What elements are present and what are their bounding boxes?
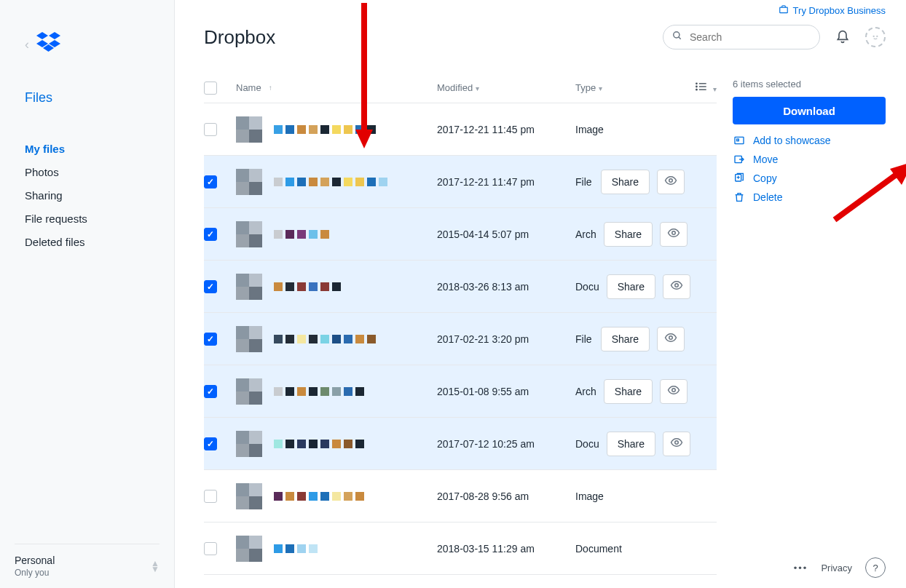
type-cell: Image — [575, 490, 685, 502]
share-button[interactable]: Share — [601, 327, 650, 351]
more-icon[interactable]: ••• — [794, 563, 808, 573]
svg-rect-15 — [699, 90, 706, 90]
svg-point-10 — [696, 82, 698, 84]
svg-point-17 — [672, 231, 676, 235]
action-copy[interactable]: Copy — [733, 172, 886, 184]
table-row[interactable]: 2017-02-21 3:20 pmFileShare — [204, 313, 717, 365]
account-switcher[interactable]: Personal Only you ▲▼ — [15, 544, 159, 578]
row-checkbox[interactable] — [204, 542, 217, 555]
svg-point-9 — [877, 36, 878, 36]
view-options[interactable]: ▾ — [685, 82, 717, 94]
showcase-icon — [733, 135, 746, 146]
caret-down-icon: ▾ — [713, 85, 717, 93]
preview-button[interactable] — [660, 222, 688, 247]
share-button[interactable]: Share — [607, 432, 655, 456]
preview-button[interactable] — [663, 432, 690, 456]
try-business-link[interactable]: Try Dropbox Business — [779, 4, 886, 17]
eye-icon — [670, 279, 683, 294]
row-checkbox[interactable] — [204, 175, 217, 188]
preview-button[interactable] — [657, 170, 685, 194]
column-name[interactable]: Name↑ — [233, 82, 437, 93]
row-checkbox[interactable] — [204, 490, 217, 503]
modified-cell: 2017-02-21 3:20 pm — [437, 333, 575, 345]
table-row[interactable]: 2015-04-14 5:07 pmArchShare — [204, 208, 717, 261]
search-box[interactable] — [663, 25, 820, 49]
svg-point-19 — [669, 336, 673, 340]
sidebar-item-sharing[interactable]: Sharing — [25, 184, 154, 207]
svg-point-6 — [674, 32, 680, 38]
file-thumbnail — [236, 326, 262, 352]
share-button[interactable]: Share — [604, 379, 653, 404]
file-thumbnail — [236, 169, 262, 195]
table-row[interactable]: 2017-07-12 10:25 amDocuShare — [204, 418, 717, 470]
eye-icon — [667, 226, 680, 242]
sidebar-item-file-requests[interactable]: File requests — [25, 207, 154, 231]
sidebar-item-deleted-files[interactable]: Deleted files — [25, 231, 154, 254]
svg-point-16 — [669, 179, 673, 183]
main-panel: Try Dropbox Business Dropbox Name↑ — [175, 0, 906, 588]
svg-rect-11 — [699, 83, 706, 84]
notifications-icon[interactable] — [833, 28, 852, 47]
action-delete[interactable]: Delete — [733, 191, 886, 203]
eye-icon — [664, 174, 677, 189]
preview-button[interactable] — [663, 274, 690, 299]
row-checkbox[interactable] — [204, 228, 217, 241]
type-cell: Document — [575, 543, 685, 555]
column-modified[interactable]: Modified▾ — [437, 82, 575, 93]
svg-rect-13 — [699, 86, 706, 87]
file-name-censored — [274, 440, 364, 448]
preview-button[interactable] — [660, 379, 688, 404]
svg-rect-5 — [779, 7, 787, 13]
back-icon[interactable]: ‹ — [25, 37, 29, 52]
avatar[interactable] — [865, 27, 886, 47]
row-checkbox[interactable] — [204, 280, 217, 293]
file-thumbnail — [236, 274, 262, 300]
table-row[interactable]: 2017-12-21 11:47 pmFileShare — [204, 156, 717, 208]
svg-point-18 — [675, 284, 679, 287]
help-icon[interactable]: ? — [865, 557, 886, 578]
svg-point-20 — [672, 389, 676, 392]
briefcase-icon — [779, 4, 789, 17]
footer: ••• Privacy ? — [794, 557, 886, 578]
svg-point-21 — [675, 441, 679, 445]
table-row[interactable]: 2018-03-26 8:13 amDocuShare — [204, 261, 717, 313]
preview-button[interactable] — [657, 327, 685, 351]
row-checkbox[interactable] — [204, 333, 217, 346]
row-checkbox[interactable] — [204, 385, 217, 398]
sidebar-nav: My filesPhotosSharingFile requestsDelete… — [25, 138, 154, 254]
sidebar: ‹ Files My filesPhotosSharingFile reques… — [0, 0, 175, 588]
type-cell: ArchShare — [575, 379, 685, 404]
table-row[interactable]: 2015-01-08 9:55 amArchShare — [204, 365, 717, 418]
svg-point-12 — [696, 86, 698, 88]
privacy-link[interactable]: Privacy — [821, 563, 852, 573]
row-checkbox[interactable] — [204, 437, 217, 450]
share-button[interactable]: Share — [601, 170, 650, 194]
table-row[interactable]: 2017-08-28 9:56 amImage — [204, 470, 717, 523]
type-cell: FileShare — [575, 327, 685, 351]
sidebar-title[interactable]: Files — [25, 90, 154, 106]
sort-asc-icon: ↑ — [269, 84, 272, 92]
share-button[interactable]: Share — [607, 274, 655, 299]
sidebar-item-my-files[interactable]: My files — [25, 138, 154, 161]
modified-cell: 2017-07-12 10:25 am — [437, 438, 575, 450]
account-name: Personal — [15, 555, 55, 566]
table-row[interactable]: 2018-03-15 11:29 amDocument — [204, 523, 717, 575]
row-checkbox[interactable] — [204, 123, 217, 136]
type-cell: DocuShare — [575, 432, 685, 456]
select-all-checkbox[interactable] — [204, 82, 217, 95]
svg-rect-23 — [737, 139, 739, 141]
actions-panel: 6 items selected Download Add to showcas… — [733, 79, 886, 203]
action-move[interactable]: Move — [733, 154, 886, 165]
dropbox-logo-icon — [36, 32, 61, 57]
download-button[interactable]: Download — [733, 97, 886, 124]
type-cell: Image — [575, 124, 685, 135]
share-button[interactable]: Share — [604, 222, 653, 247]
sidebar-item-photos[interactable]: Photos — [25, 161, 154, 184]
file-name-censored — [274, 125, 376, 134]
action-add-to-showcase[interactable]: Add to showcase — [733, 135, 886, 146]
svg-line-7 — [679, 37, 681, 39]
table-row[interactable]: 2017-12-21 11:45 pmImage — [204, 103, 717, 156]
search-input[interactable] — [688, 31, 819, 44]
selection-count: 6 items selected — [733, 79, 886, 90]
column-type[interactable]: Type▾ — [575, 82, 685, 93]
